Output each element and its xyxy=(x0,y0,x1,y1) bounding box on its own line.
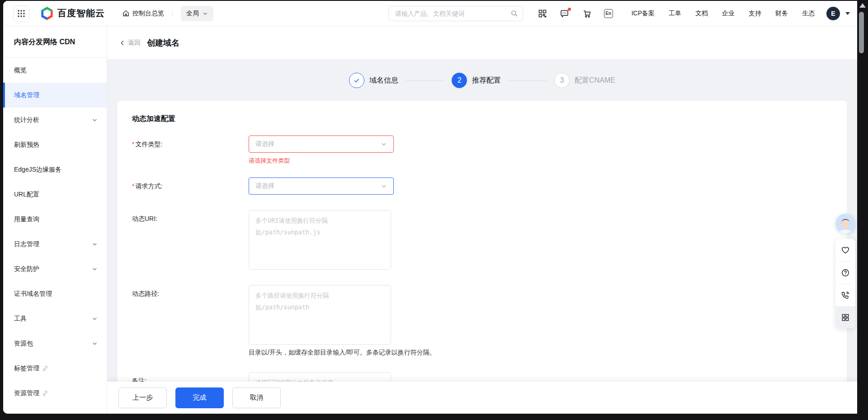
field-error: 请选择文件类型 xyxy=(249,157,394,165)
page-header: 返回 创建域名 xyxy=(107,26,857,59)
back-chevron-icon xyxy=(119,39,126,47)
sidebar-item-resource-management[interactable]: 资源管理 xyxy=(3,381,107,406)
help-button[interactable] xyxy=(835,261,855,284)
topbar-icon-group: En xyxy=(538,9,613,19)
nav-link-icp[interactable]: ICP备案 xyxy=(632,9,655,18)
region-selector[interactable]: 全局 xyxy=(181,6,213,21)
question-icon xyxy=(841,268,850,277)
step-number: 3 xyxy=(554,73,570,88)
sidebar-item-edgejs[interactable]: EdgeJS边缘服务 xyxy=(3,157,107,182)
chevron-down-icon xyxy=(92,117,98,123)
form-row-request-method: *请求方式: 请选择 xyxy=(132,177,832,195)
search-icon xyxy=(510,9,518,17)
external-link-icon xyxy=(42,390,48,397)
app-launcher-button[interactable] xyxy=(13,5,29,22)
support-panel xyxy=(835,239,855,328)
field-label: 动态URI: xyxy=(132,210,249,227)
baidu-cloud-logo[interactable]: 百度智能云 xyxy=(40,6,105,21)
request-method-select[interactable]: 请选择 xyxy=(249,177,394,195)
page-title: 创建域名 xyxy=(147,37,179,48)
user-avatar[interactable]: E xyxy=(826,7,840,20)
qrcode-icon xyxy=(538,9,547,18)
chevron-down-icon xyxy=(92,316,98,322)
back-label: 返回 xyxy=(128,39,141,47)
step-label: 域名信息 xyxy=(369,76,398,85)
global-search xyxy=(388,6,523,21)
dynamic-uri-textarea[interactable] xyxy=(249,210,391,270)
field-label: *文件类型: xyxy=(132,135,249,153)
field-label: 动态路径: xyxy=(132,285,249,302)
step-configure-cname: 3 配置CNAME xyxy=(554,73,615,88)
favorite-button[interactable] xyxy=(835,239,855,261)
cancel-button[interactable]: 取消 xyxy=(232,387,281,408)
more-tools-button[interactable] xyxy=(835,306,855,328)
sidebar-item-statistics[interactable]: 统计分析 xyxy=(3,107,107,132)
search-input[interactable] xyxy=(395,10,510,17)
sidebar-item-resource-package[interactable]: 资源包 xyxy=(3,331,107,356)
sidebar: 内容分发网络 CDN 概览 域名管理 统计分析 刷新预热 EdgeJS边缘服务 … xyxy=(3,26,107,414)
brand-name: 百度智能云 xyxy=(57,7,105,19)
external-link-icon xyxy=(42,365,48,372)
sidebar-item-tag-management[interactable]: 标签管理 xyxy=(3,356,107,381)
sidebar-item-tools[interactable]: 工具 xyxy=(3,306,107,331)
back-button[interactable]: 返回 xyxy=(119,39,141,47)
support-avatar[interactable] xyxy=(835,214,855,233)
sidebar-item-refresh-prefetch[interactable]: 刷新预热 xyxy=(3,132,107,157)
scroll-up-arrow[interactable] xyxy=(859,3,866,8)
scrollbar-thumb[interactable] xyxy=(859,12,864,53)
file-type-select[interactable]: 请选择 xyxy=(249,135,394,153)
region-label: 全局 xyxy=(186,9,199,18)
form-row-file-type: *文件类型: 请选择 请选择文件类型 xyxy=(132,135,832,165)
apps-grid-icon xyxy=(17,9,25,18)
nav-link-finance[interactable]: 财务 xyxy=(775,9,788,18)
dynamic-path-textarea[interactable] xyxy=(249,285,391,345)
heart-icon xyxy=(841,246,850,255)
sidebar-item-url-config[interactable]: URL配置 xyxy=(3,182,107,207)
language-toggle[interactable]: En xyxy=(604,9,613,18)
window-scrollbar xyxy=(857,0,868,420)
support-agent-photo xyxy=(835,214,855,233)
baidu-cloud-logo-icon xyxy=(40,6,54,21)
sidebar-item-log-management[interactable]: 日志管理 xyxy=(3,232,107,257)
action-bar: 上一步 完成 取消 xyxy=(107,382,857,414)
finish-button[interactable]: 完成 xyxy=(175,387,224,408)
contact-button[interactable] xyxy=(835,284,855,306)
step-done-circle xyxy=(349,73,364,88)
cart-button[interactable] xyxy=(582,9,592,19)
prev-step-button[interactable]: 上一步 xyxy=(118,387,167,408)
sidebar-item-domain-management[interactable]: 域名管理 xyxy=(3,83,107,107)
section-title: 动态加速配置 xyxy=(132,114,832,124)
nav-link-support[interactable]: 支持 xyxy=(749,9,761,18)
nav-link-tickets[interactable]: 工单 xyxy=(669,9,681,18)
form-row-dynamic-uri: 动态URI: xyxy=(132,210,832,270)
sidebar-item-security[interactable]: 安全防护 xyxy=(3,257,107,281)
qrcode-button[interactable] xyxy=(538,9,547,19)
step-connector xyxy=(406,80,444,81)
form-row-dynamic-path: 动态路径: 目录以/开头，如缓存全部目录输入/即可。多条记录以换行符分隔。 xyxy=(132,285,832,357)
home-icon xyxy=(122,9,130,17)
sidebar-item-api-generation[interactable]: API生成 xyxy=(3,406,107,414)
main-area: 返回 创建域名 域名信息 xyxy=(107,26,857,414)
messages-button[interactable] xyxy=(560,9,570,19)
nav-link-enterprise[interactable]: 企业 xyxy=(722,9,735,18)
topbar-divider xyxy=(172,10,173,17)
nav-link-docs[interactable]: 文档 xyxy=(695,9,708,18)
user-menu-caret-icon[interactable] xyxy=(845,12,850,15)
notification-badge xyxy=(568,8,571,11)
field-label: *请求方式: xyxy=(132,177,249,195)
sidebar-title: 内容分发网络 CDN xyxy=(3,26,107,58)
console-overview-link[interactable]: 控制台总览 xyxy=(122,9,164,18)
field-help: 目录以/开头，如缓存全部目录输入/即可。多条记录以换行符分隔。 xyxy=(249,349,436,357)
form-card: 动态加速配置 *文件类型: 请选择 请选择文件类型 xyxy=(118,101,847,414)
sidebar-item-usage-query[interactable]: 用量查询 xyxy=(3,207,107,232)
wizard-stepper: 域名信息 2 推荐配置 3 配置CNAME xyxy=(107,73,857,88)
chevron-down-icon xyxy=(381,183,387,189)
chevron-down-icon xyxy=(92,266,98,272)
step-domain-info: 域名信息 xyxy=(349,73,398,88)
page-content: 域名信息 2 推荐配置 3 配置CNAME 动态加速配置 xyxy=(107,59,857,414)
nav-link-ecosystem[interactable]: 生态 xyxy=(802,9,815,18)
step-connector xyxy=(508,80,547,81)
check-icon xyxy=(353,77,360,84)
sidebar-item-overview[interactable]: 概览 xyxy=(3,58,107,83)
sidebar-item-cert-domain[interactable]: 证书域名管理 xyxy=(3,281,107,306)
